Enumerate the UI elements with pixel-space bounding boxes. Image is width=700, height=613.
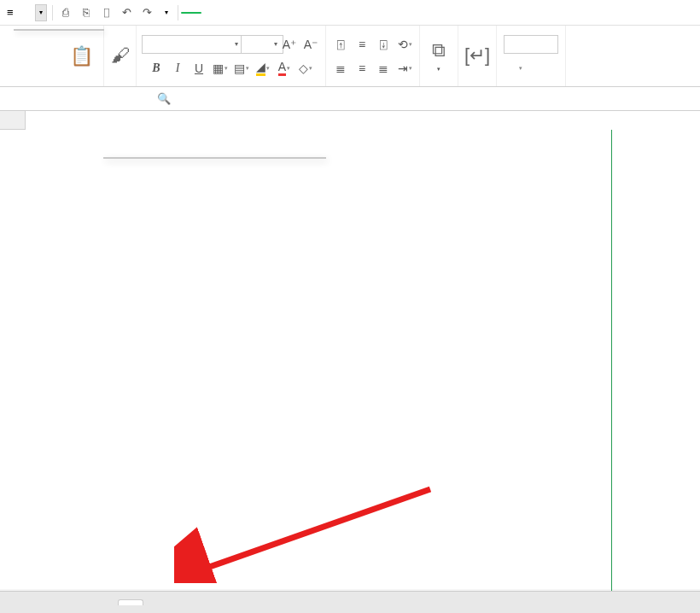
align-middle-icon[interactable]: ≡	[353, 35, 371, 54]
hamburger-icon[interactable]: ≡	[3, 4, 17, 20]
font-name-select[interactable]	[142, 35, 244, 54]
quick-dropdown-icon[interactable]: ▾	[160, 4, 172, 21]
auto-wrap-button[interactable]: [↵]	[462, 42, 493, 71]
print-icon[interactable]: ⎙	[57, 4, 74, 21]
align-top-icon[interactable]: ⍐	[331, 35, 350, 54]
align-bottom-icon[interactable]: ⍗	[374, 35, 393, 54]
menu-page-layout[interactable]	[217, 10, 232, 15]
font-size-select[interactable]	[241, 35, 283, 54]
decrease-font-icon[interactable]: A⁻	[301, 35, 320, 54]
menu-formulas[interactable]	[232, 10, 248, 15]
file-submenu	[14, 29, 104, 31]
align-right-icon[interactable]: ≣	[374, 59, 393, 78]
sheet-tab-1[interactable]	[118, 599, 143, 605]
italic-button[interactable]: I	[168, 59, 187, 78]
fill-color-button[interactable]: ◢	[254, 59, 272, 78]
align-center-icon[interactable]: ≡	[353, 59, 371, 78]
undo-icon[interactable]: ↶	[119, 4, 136, 21]
brush-icon: 🖌	[110, 45, 131, 66]
menubar: ≡ ▾ ⎙ ⎘ ⌷ ↶ ↷ ▾	[0, 0, 700, 26]
orientation-button[interactable]: ⟲	[395, 35, 414, 54]
border-button[interactable]: ▦	[211, 59, 230, 78]
formula-bar: 🔍	[0, 87, 700, 111]
menu-view[interactable]	[278, 10, 294, 15]
column-selection-line	[611, 130, 612, 591]
clear-format-button[interactable]: ◇	[296, 59, 315, 78]
menu-cloud[interactable]	[324, 10, 340, 15]
percent-button[interactable]	[533, 59, 551, 78]
print-preview-icon[interactable]: ⎘	[78, 4, 95, 21]
cell-style-button[interactable]: ▤	[232, 59, 251, 78]
font-color-button[interactable]: A	[275, 59, 294, 78]
menu-insert[interactable]	[201, 10, 217, 15]
menu-review[interactable]	[263, 10, 278, 15]
tools-submenu	[103, 157, 326, 159]
menu-start[interactable]	[181, 12, 201, 14]
separator	[178, 5, 178, 20]
add-sheet-button[interactable]	[149, 594, 166, 611]
sheet-tab-bar	[0, 591, 700, 613]
merge-center-button[interactable]: ⧉ ▾	[423, 37, 454, 76]
format-painter-button[interactable]: 🖌	[105, 42, 136, 71]
insert-function-icon[interactable]: 🔍	[154, 89, 174, 109]
align-left-icon[interactable]: ≣	[331, 59, 350, 78]
redo-icon[interactable]: ↷	[139, 4, 156, 21]
number-format-select[interactable]	[504, 35, 558, 54]
merge-icon: ⧉	[429, 40, 449, 61]
file-dropdown-icon[interactable]: ▾	[35, 4, 47, 21]
separator	[52, 5, 53, 20]
currency-button[interactable]	[511, 59, 530, 78]
menu-security[interactable]	[294, 10, 309, 15]
quick-icon[interactable]: ⌷	[98, 4, 115, 21]
select-all-corner[interactable]	[0, 111, 26, 130]
underline-button[interactable]: U	[190, 59, 208, 78]
clipboard-icon: 📋	[71, 46, 91, 67]
ribbon-toolbar: 📋 🖌 ▾ ▾ A⁺ A⁻ B I U ▦ ▤ ◢ A ◇ ⍐ ≡ ⍗	[0, 26, 700, 87]
menu-devtools[interactable]	[309, 10, 324, 15]
spreadsheet-grid[interactable]	[0, 111, 700, 589]
menu-data[interactable]	[248, 10, 263, 15]
menu-file[interactable]	[17, 10, 32, 15]
increase-font-icon[interactable]: A⁺	[280, 35, 299, 54]
wrap-icon: [↵]	[467, 45, 487, 66]
bold-button[interactable]: B	[147, 59, 166, 78]
paste-button[interactable]: 📋	[66, 43, 96, 70]
indent-button[interactable]: ⇥	[395, 59, 414, 78]
